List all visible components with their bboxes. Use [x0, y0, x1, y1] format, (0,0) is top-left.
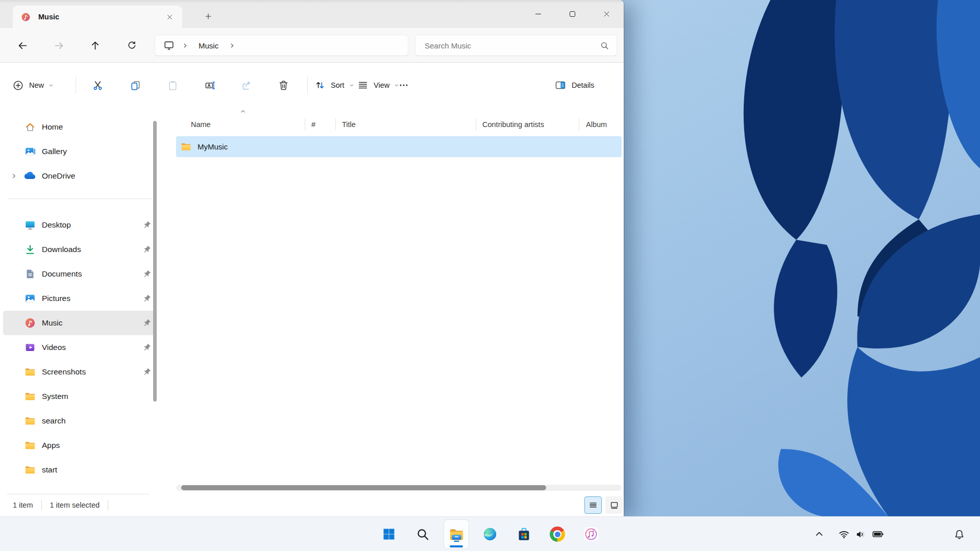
large-icons-view-icon — [609, 500, 619, 510]
documents-icon — [24, 268, 36, 280]
file-row-mymusic[interactable]: MyMusic — [176, 136, 622, 157]
taskbar-music-app-button[interactable] — [579, 520, 603, 548]
search-input[interactable] — [425, 41, 600, 50]
search-icon[interactable] — [600, 41, 609, 51]
sidebar-item-apps[interactable]: Apps — [3, 433, 155, 458]
rename-icon — [204, 80, 216, 91]
sidebar-item-music[interactable]: Music — [3, 311, 155, 335]
music-icon — [24, 317, 36, 329]
music-folder-icon — [21, 12, 32, 22]
folder-icon — [24, 440, 36, 451]
sidebar-item-home[interactable]: Home — [3, 115, 155, 139]
videos-icon — [24, 342, 36, 353]
details-view-toggle[interactable] — [584, 496, 602, 514]
pin-icon — [142, 245, 151, 254]
status-divider — [41, 500, 42, 510]
expand-chevron-icon[interactable] — [3, 172, 24, 180]
taskbar-apps — [377, 520, 603, 548]
pin-icon — [142, 319, 151, 328]
pin-icon — [142, 221, 151, 230]
taskbar-file-explorer-button[interactable] — [444, 520, 469, 548]
sidebar-item-search[interactable]: search — [3, 409, 155, 433]
this-pc-monitor-icon[interactable] — [163, 40, 175, 51]
column-header-name[interactable]: Name — [176, 118, 305, 131]
large-icons-view-toggle[interactable] — [605, 496, 623, 514]
sidebar-item-videos[interactable]: Videos — [3, 335, 155, 360]
volume-icon — [855, 529, 867, 540]
new-button[interactable]: New — [12, 75, 54, 95]
taskbar-search-button[interactable] — [410, 520, 435, 548]
gallery-icon — [24, 146, 36, 157]
up-button[interactable] — [86, 36, 104, 55]
maximize-button[interactable] — [555, 0, 590, 28]
breadcrumb-chevron-icon[interactable] — [229, 42, 235, 49]
status-bar: 1 item 1 item selected — [0, 494, 624, 516]
close-button[interactable] — [590, 0, 624, 28]
horizontal-scrollbar[interactable] — [176, 485, 622, 491]
tray-overflow-button[interactable] — [811, 525, 827, 543]
minimize-button[interactable] — [521, 0, 555, 28]
cut-button[interactable] — [86, 75, 109, 95]
column-header-title[interactable]: Title — [336, 118, 476, 131]
wallpaper-bloom — [623, 0, 980, 516]
pin-icon — [142, 294, 151, 303]
sidebar-item-gallery[interactable]: Gallery — [3, 139, 155, 164]
pin-icon — [142, 368, 151, 377]
taskbar — [0, 516, 980, 551]
column-header-contributing-artists[interactable]: Contributing artists — [476, 118, 579, 131]
share-icon — [241, 80, 253, 91]
tab-close-icon[interactable] — [163, 10, 176, 23]
chevron-up-icon — [814, 529, 824, 539]
chevron-down-icon — [48, 82, 54, 88]
sidebar-item-desktop[interactable]: Desktop — [3, 213, 155, 237]
refresh-button[interactable] — [122, 36, 141, 55]
sidebar-item-onedrive[interactable]: OneDrive — [3, 164, 155, 188]
sidebar-item-pictures[interactable]: Pictures — [3, 286, 155, 311]
minimize-icon — [535, 14, 541, 15]
address-bar[interactable]: Music — [155, 35, 408, 56]
sort-button[interactable]: Sort — [314, 75, 355, 95]
folder-icon — [24, 391, 36, 402]
trash-icon — [278, 80, 289, 91]
column-header-number[interactable]: # — [305, 118, 336, 131]
sidebar-item-documents[interactable]: Documents — [3, 262, 155, 286]
paste-button[interactable] — [161, 75, 184, 95]
sidebar-scrollbar[interactable] — [153, 121, 157, 402]
breadcrumb-item-music[interactable]: Music — [195, 39, 222, 52]
notification-bell-button[interactable] — [950, 525, 968, 543]
refresh-icon — [127, 40, 137, 51]
details-pane-icon — [554, 79, 567, 91]
folder-icon — [24, 366, 36, 378]
more-options-button[interactable] — [393, 75, 415, 95]
file-list-pane: Name # Title Contributing artists Album … — [176, 108, 622, 494]
sidebar-item-screenshots[interactable]: Screenshots — [3, 360, 155, 384]
taskbar-microsoft-store-button[interactable] — [511, 520, 536, 548]
new-tab-button[interactable] — [200, 8, 216, 24]
tray-status-button[interactable] — [836, 525, 887, 543]
sidebar-item-start[interactable]: start — [3, 458, 155, 482]
forward-button[interactable] — [50, 36, 68, 55]
onedrive-icon — [24, 170, 36, 182]
sort-arrows-icon — [314, 80, 326, 91]
rename-button[interactable] — [199, 75, 221, 95]
home-icon — [24, 121, 36, 133]
details-pane-button[interactable]: Details — [554, 75, 598, 95]
breadcrumb-chevron-icon[interactable] — [182, 42, 188, 49]
sidebar-item-downloads[interactable]: Downloads — [3, 237, 155, 262]
pin-icon — [142, 343, 151, 352]
copy-button[interactable] — [124, 75, 146, 95]
taskbar-edge-button[interactable] — [478, 520, 502, 548]
explorer-tab-music[interactable]: Music — [13, 6, 182, 28]
share-button[interactable] — [235, 75, 258, 95]
horizontal-scrollbar-thumb[interactable] — [181, 485, 546, 490]
column-header-album[interactable]: Album — [579, 118, 622, 131]
start-button[interactable] — [377, 520, 401, 548]
back-button[interactable] — [13, 36, 32, 55]
pin-icon — [142, 270, 151, 279]
sidebar-divider — [8, 198, 152, 199]
sidebar-item-system[interactable]: System — [3, 384, 155, 409]
delete-button[interactable] — [272, 75, 295, 95]
arrow-left-icon — [17, 40, 28, 51]
taskbar-chrome-button[interactable] — [545, 520, 570, 548]
plus-circle-icon — [12, 80, 24, 91]
